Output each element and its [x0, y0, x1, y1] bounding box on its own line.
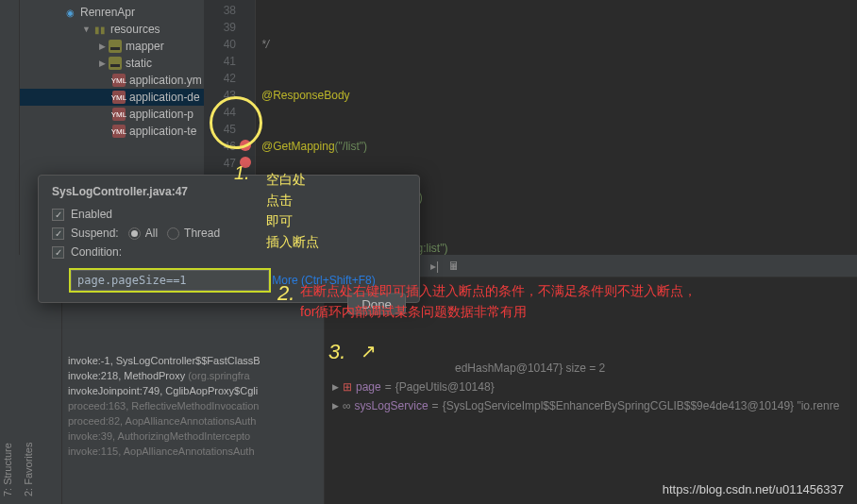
chevron-right-icon: ▶: [99, 59, 106, 68]
popup-title: SysLogController.java:47: [52, 185, 406, 198]
line-number: 39: [204, 19, 236, 36]
label-condition: Condition:: [71, 245, 122, 259]
var-value: edHashMap@10147} size = 2: [455, 361, 605, 375]
frame-row[interactable]: invoke:218, MethodProxy (org.springfra: [68, 368, 318, 383]
line-number: 42: [204, 70, 236, 87]
tree-label: application-de: [129, 91, 200, 104]
evaluate-icon[interactable]: 🖩: [448, 260, 460, 273]
tree-label: mapper: [126, 40, 164, 53]
yml-icon: YML: [112, 91, 126, 104]
tree-label: application.ym: [129, 74, 202, 87]
annotation-circle: [210, 96, 262, 149]
frame-row[interactable]: invokeJoinpoint:749, CglibAopProxy$Cgli: [68, 383, 318, 398]
label-suspend: Suspend:: [71, 227, 119, 240]
tree-static[interactable]: ▶▬static: [20, 55, 204, 72]
frame-row[interactable]: invoke:-1, SysLogController$$FastClassB: [68, 353, 318, 368]
var-row[interactable]: ▶∞sysLogService={SysLogServiceImpl$$Enha…: [325, 396, 857, 415]
line-number: 40: [204, 36, 236, 53]
tree-yml[interactable]: YMLapplication-p: [20, 106, 204, 123]
folder-icon: ▬: [109, 57, 122, 70]
radio-all[interactable]: [128, 227, 141, 240]
var-row[interactable]: ▶⊞page={PageUtils@10148}: [325, 378, 857, 396]
code-text: */: [261, 38, 269, 51]
line-number: 47: [204, 155, 236, 172]
yml-icon: YML: [112, 74, 126, 87]
code-text: @GetMapping: [261, 140, 335, 153]
code-text: ("/list"): [335, 140, 368, 153]
var-name: sysLogService: [355, 399, 428, 412]
frame-row[interactable]: invoke:39, AuthorizingMethodIntercepto: [68, 428, 318, 444]
chevron-down-icon: ▼: [82, 25, 91, 34]
code-text: @ResponseBody: [261, 89, 350, 102]
tree-yml[interactable]: YMLapplication-te: [20, 123, 204, 140]
tree-label: application-p: [129, 108, 193, 121]
label-all: All: [145, 227, 158, 240]
yml-icon: YML: [112, 125, 126, 138]
tree-label: application-te: [129, 125, 196, 138]
line-number: 38: [204, 2, 236, 19]
var-value: {SysLogServiceImpl$$EnhancerBySpringCGLI…: [443, 399, 840, 412]
checkbox-enabled[interactable]: ✓: [52, 209, 64, 221]
chevron-right-icon[interactable]: ▶: [332, 401, 339, 411]
checkbox-condition[interactable]: ✓: [52, 246, 64, 259]
breakpoint-icon[interactable]: [240, 157, 251, 168]
watermark: https://blog.csdn.net/u011456337: [663, 482, 844, 496]
link-icon: ∞: [343, 399, 351, 412]
object-icon: ⊞: [343, 380, 352, 394]
side-tab-structure[interactable]: 7: Structure: [0, 255, 21, 504]
var-row[interactable]: edHashMap@10147} size = 2: [325, 359, 857, 378]
annotation-text: for循环内部调试某条问题数据非常有用: [300, 304, 527, 321]
frame-row[interactable]: proceed:82, AopAllianceAnnotationsAuth: [68, 413, 318, 428]
yml-icon: YML: [112, 108, 126, 121]
tree-mapper[interactable]: ▶▬mapper: [20, 38, 204, 55]
tree-label: resources: [110, 23, 160, 36]
tree-label: RenrenApr: [80, 6, 135, 19]
radio-thread[interactable]: [167, 227, 179, 240]
folder-icon: ▬: [109, 40, 122, 53]
label-enabled: Enabled: [71, 208, 112, 221]
folder-icon: ▮▮: [93, 23, 107, 36]
line-number: 41: [204, 53, 236, 70]
var-name: page: [356, 380, 381, 394]
condition-input[interactable]: [71, 270, 269, 291]
tree-resources[interactable]: ▼▮▮resources: [20, 21, 204, 38]
run-to-cursor-icon[interactable]: ▸|: [430, 260, 439, 273]
frame-row[interactable]: proceed:163, ReflectiveMethodInvocation: [68, 398, 318, 413]
annotation-text: 在断点处右键即可插入进入断点的条件，不满足条件则不进入断点，: [300, 283, 697, 300]
tree-label: static: [126, 57, 152, 70]
tree-root[interactable]: ◉RenrenApr: [20, 4, 204, 21]
chevron-right-icon: ▶: [99, 42, 106, 51]
checkbox-suspend[interactable]: ✓: [52, 227, 64, 240]
frame-row[interactable]: invoke:115, AopAllianceAnnotationsAuth: [68, 444, 318, 459]
chevron-right-icon[interactable]: ▶: [332, 382, 339, 392]
tree-yml[interactable]: YMLapplication.ym: [20, 72, 204, 89]
var-value: {PageUtils@10148}: [395, 380, 495, 394]
module-icon: ◉: [63, 6, 76, 19]
tree-yml-selected[interactable]: YMLapplication-de: [20, 89, 204, 106]
label-thread: Thread: [184, 227, 220, 240]
